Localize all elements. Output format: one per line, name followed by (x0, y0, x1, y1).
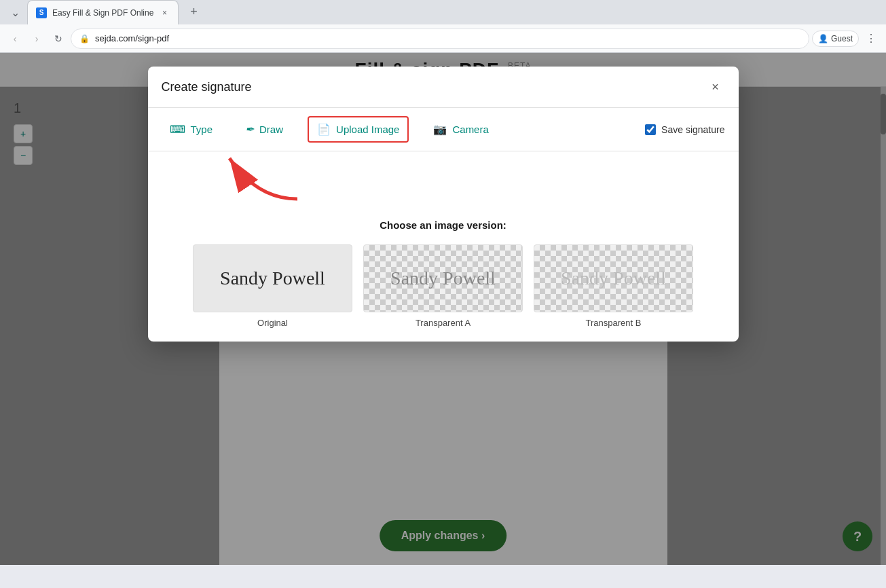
keyboard-icon: ⌨ (170, 123, 185, 136)
profile-label: Guest (831, 34, 853, 43)
option-transparent-b[interactable]: Sandy Powell Transparent B (534, 244, 693, 328)
back-button[interactable]: ‹ (5, 29, 24, 48)
tab-close-button[interactable]: × (159, 7, 170, 18)
profile-icon: 👤 (818, 34, 828, 43)
save-signature-label: Save signature (661, 124, 724, 135)
dialog-header: Create signature × (148, 67, 739, 108)
sig-text-transparent-b: Sandy Powell (561, 268, 666, 289)
refresh-button[interactable]: ↻ (49, 29, 68, 48)
modal-overlay: Create signature × ⌨ Type ✒ Draw 📄 Uploa… (0, 53, 886, 565)
save-signature-checkbox[interactable] (645, 124, 656, 135)
label-original: Original (257, 318, 288, 328)
new-tab-button[interactable]: + (184, 2, 203, 21)
sig-text-original: Sandy Powell (220, 268, 325, 289)
create-signature-dialog: Create signature × ⌨ Type ✒ Draw 📄 Uploa… (148, 67, 739, 342)
tab-favicon: S (36, 7, 47, 18)
page-content: Fill & sign PDF BETA 1 + − With more tha… (0, 53, 886, 565)
save-signature-area: Save signature (645, 124, 724, 135)
image-version-section: Choose an image version: Sandy Powell Or… (148, 206, 739, 342)
tab-upload-label: Upload Image (336, 124, 399, 135)
dialog-close-button[interactable]: × (706, 77, 725, 96)
tab-bar: ⌄ S Easy Fill & Sign PDF Online × + (0, 0, 886, 24)
sig-text-transparent-a: Sandy Powell (390, 268, 496, 289)
red-arrow (189, 145, 311, 206)
tab-draw-label: Draw (259, 124, 283, 135)
address-bar: ‹ › ↻ 🔒 sejda.com/sign-pdf 👤 Guest ⋮ (0, 24, 886, 53)
camera-icon: 📷 (433, 123, 447, 136)
tab-type[interactable]: ⌨ Type (162, 117, 221, 141)
preview-transparent-a: Sandy Powell (363, 244, 523, 312)
dots-icon: ⋮ (866, 32, 877, 45)
menu-button[interactable]: ⋮ (862, 29, 881, 48)
image-version-title: Choose an image version: (162, 219, 725, 231)
draw-icon: ✒ (245, 123, 254, 136)
upload-icon: 📄 (317, 123, 331, 136)
preview-original: Sandy Powell (193, 244, 352, 312)
dialog-title: Create signature (162, 80, 252, 94)
lock-icon: 🔒 (79, 34, 90, 43)
option-transparent-a[interactable]: Sandy Powell Transparent A (363, 244, 523, 328)
tab-camera-label: Camera (452, 124, 488, 135)
tab-draw[interactable]: ✒ Draw (237, 117, 291, 141)
profile-button[interactable]: 👤 Guest (812, 31, 859, 47)
tab-camera[interactable]: 📷 Camera (425, 117, 496, 141)
omnibox[interactable]: 🔒 sejda.com/sign-pdf (71, 29, 809, 49)
active-tab[interactable]: S Easy Fill & Sign PDF Online × (27, 0, 179, 24)
url-display: sejda.com/sign-pdf (95, 33, 800, 43)
label-transparent-b: Transparent B (586, 318, 642, 328)
image-options: Sandy Powell Original Sandy Powell Trans… (162, 244, 725, 328)
tab-label: Easy Fill & Sign PDF Online (52, 8, 153, 18)
browser-chrome: ⌄ S Easy Fill & Sign PDF Online × + ‹ › … (0, 0, 886, 53)
forward-button[interactable]: › (27, 29, 46, 48)
tab-type-label: Type (191, 124, 213, 135)
tab-list-btn[interactable]: ⌄ (5, 3, 24, 22)
tab-upload[interactable]: 📄 Upload Image (308, 116, 409, 143)
option-original[interactable]: Sandy Powell Original (193, 244, 352, 328)
preview-transparent-b: Sandy Powell (534, 244, 693, 312)
label-transparent-a: Transparent A (416, 318, 470, 328)
